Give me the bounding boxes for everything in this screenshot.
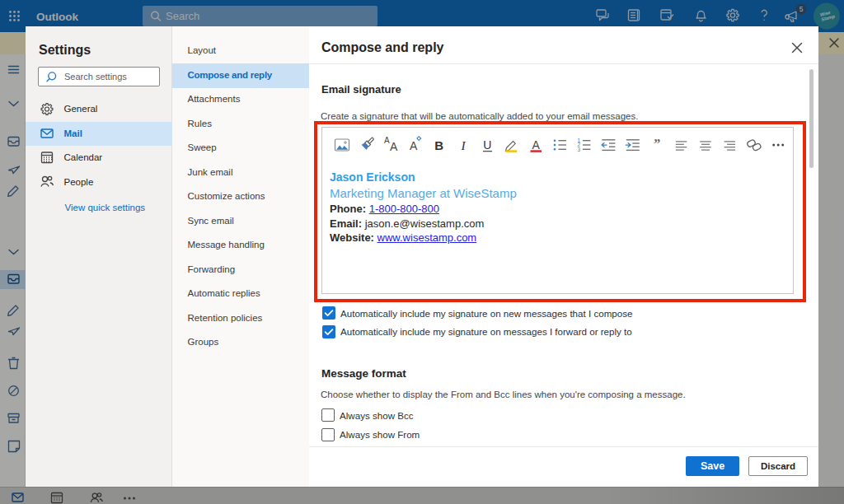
svg-text:A: A [410,139,418,152]
svg-text:A: A [390,140,398,153]
svg-text:”: ” [654,137,660,151]
svg-text:A: A [532,138,540,152]
svg-text:A: A [384,136,390,145]
svg-text:I: I [460,138,466,152]
svg-text:3: 3 [577,147,580,152]
svg-text:U: U [483,138,491,152]
svg-text:B: B [434,138,443,152]
